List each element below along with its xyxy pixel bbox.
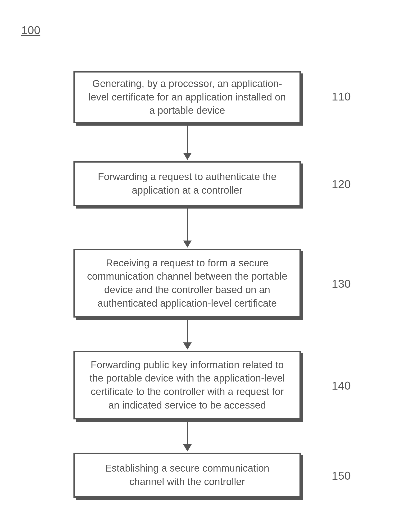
flow-step-150: Establishing a secure communication chan… [73, 453, 301, 498]
step-number-110: 110 [332, 90, 351, 103]
flow-step-130: Receiving a request to form a secure com… [73, 249, 301, 317]
flow-step-120: Forwarding a request to authenticate the… [73, 161, 301, 206]
flow-box-text: Forwarding a request to authenticate the… [87, 170, 288, 197]
step-number-130: 130 [332, 277, 351, 290]
step-number-140: 140 [332, 379, 351, 392]
flow-step-140: Forwarding public key information relate… [73, 351, 301, 420]
arrow-down-icon [183, 126, 192, 160]
arrow-down-icon [183, 320, 192, 350]
figure-number-label: 100 [21, 24, 40, 37]
flow-box: Generating, by a processor, an applicati… [73, 71, 301, 123]
flow-box: Forwarding public key information relate… [73, 351, 301, 420]
flowchart-page: 100 Generating, by a processor, an appli… [0, 0, 408, 532]
flow-step-110: Generating, by a processor, an applicati… [73, 71, 301, 123]
step-number-150: 150 [332, 469, 351, 482]
flow-box: Establishing a secure communication chan… [73, 453, 301, 498]
arrow-down-icon [183, 208, 192, 248]
flow-box: Receiving a request to form a secure com… [73, 249, 301, 317]
flow-box: Forwarding a request to authenticate the… [73, 161, 301, 206]
flow-box-text: Establishing a secure communication chan… [87, 462, 288, 489]
flow-box-text: Forwarding public key information relate… [87, 358, 288, 412]
arrow-down-icon [183, 422, 192, 451]
step-number-120: 120 [332, 178, 351, 191]
flow-box-text: Receiving a request to form a secure com… [87, 256, 288, 310]
flow-box-text: Generating, by a processor, an applicati… [87, 77, 288, 117]
